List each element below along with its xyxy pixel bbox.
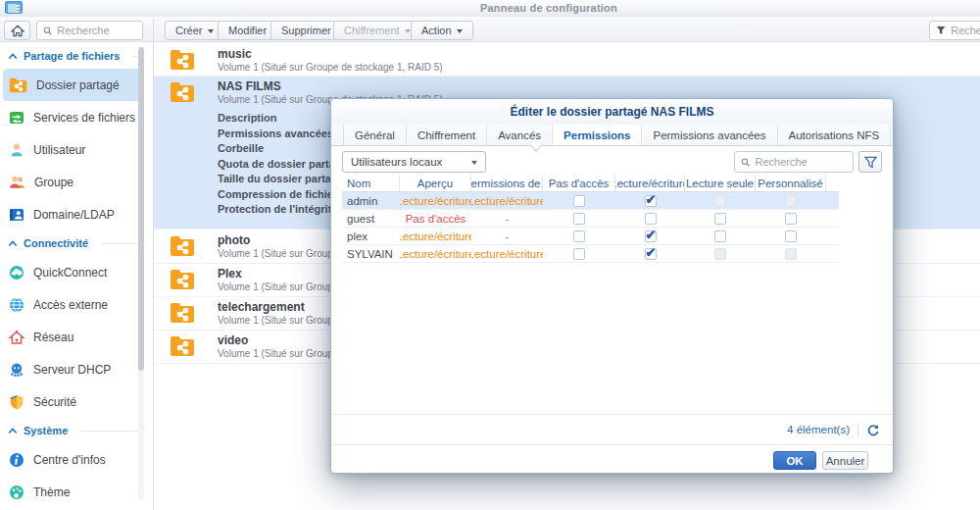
home-button[interactable] [4, 21, 30, 40]
sidebar-item-services-de-fichiers[interactable]: Services de fichiers [0, 101, 147, 133]
tab-autorisations-nfs[interactable]: Autorisations NFS [778, 125, 892, 145]
tab-label: Permissions [564, 129, 630, 141]
folder-detail-label: Description [218, 112, 277, 124]
tab-permissions[interactable]: Permissions [553, 125, 642, 145]
sidebar-item-label: Serveur DHCP [33, 363, 111, 377]
shared-folder-icon [9, 77, 27, 93]
read-only-checkbox[interactable] [714, 230, 726, 242]
permissions-search-input[interactable] [756, 156, 847, 168]
permissions-filter-button[interactable] [858, 151, 882, 173]
tab-chiffrement[interactable]: Chiffrement [407, 125, 487, 145]
list-filter-input[interactable] [951, 25, 980, 36]
sidebar-item-serveur-dhcp[interactable]: Serveur DHCP [0, 353, 147, 385]
folder-name: Plex [218, 267, 242, 280]
table-row-admin[interactable]: admin Lecture/écriture Lecture/écriture [342, 192, 839, 210]
read-only-checkbox [714, 248, 726, 260]
no-access-checkbox[interactable] [573, 248, 585, 260]
no-access-checkbox[interactable] [573, 213, 585, 225]
custom-checkbox[interactable] [785, 213, 797, 225]
sidebar-item-acces-externe[interactable]: Accès externe [0, 288, 147, 321]
list-filter-search[interactable] [929, 21, 980, 40]
folder-name: telechargement [218, 300, 305, 314]
table-row-guest[interactable]: guest Pas d'accès - [342, 210, 839, 228]
refresh-button[interactable] [866, 424, 879, 436]
sidebar-item-securite[interactable]: Sécurité [0, 385, 147, 418]
edit-shared-folder-dialog: Éditer le dossier partagé NAS FILMS Géné… [330, 98, 894, 474]
sidebar-item-label: Réseau [33, 331, 74, 344]
sidebar-search[interactable] [36, 21, 143, 40]
read-write-checkbox[interactable] [645, 213, 657, 225]
permissions-table: Nom Aperçu Permissions de... Pas d'accès… [342, 175, 839, 263]
section-label: Connectivité [24, 237, 88, 249]
column-header-personnalise[interactable]: Personnalisé [756, 175, 826, 191]
sidebar-item-groupe[interactable]: Groupe [0, 166, 147, 198]
folder-detail-label: Taille du dossier partagé [218, 173, 344, 184]
chevron-down-icon [208, 29, 214, 33]
ok-button[interactable]: OK [773, 451, 816, 470]
section-partage-de-fichiers[interactable]: Partage de fichiers [0, 43, 147, 69]
sidebar-item-reseau[interactable]: Réseau [0, 321, 147, 353]
user-name: SYLVAIN [342, 248, 400, 260]
user-name: plex [342, 230, 400, 242]
user-scope-dropdown[interactable]: Utilisateurs locaux [342, 151, 486, 173]
sidebar-item-utilisateur[interactable]: Utilisateur [0, 133, 147, 166]
user-icon [9, 142, 24, 158]
sidebar-item-centre-d-infos[interactable]: Centre d'infos [0, 443, 147, 476]
read-only-checkbox[interactable] [714, 213, 726, 225]
tab-permissions-avancees[interactable]: Permissions avancées [642, 125, 777, 145]
control-panel-window: Panneau de configuration Créer Modifier … [0, 0, 980, 510]
sidebar-item-label: Thème [33, 485, 70, 499]
control-panel-window-icon[interactable] [5, 1, 23, 14]
no-access-checkbox[interactable] [573, 195, 585, 207]
custom-checkbox[interactable] [785, 230, 797, 242]
sidebar-item-label: Dossier partagé [36, 78, 120, 92]
column-header-lecture-ecriture[interactable]: Lecture/écriture [615, 175, 685, 191]
toolbar-strip [0, 18, 980, 42]
sidebar-item-quickconnect[interactable]: QuickConnect [0, 256, 147, 288]
column-header-nom[interactable]: Nom [342, 175, 400, 191]
table-row-sylvain[interactable]: SYLVAIN Lecture/écriture Lecture/écritur… [342, 245, 839, 263]
chevron-up-icon [8, 53, 18, 60]
external-access-icon [9, 297, 24, 313]
user-name: admin [342, 195, 400, 207]
column-header-lecture-seule[interactable]: Lecture seule [685, 175, 756, 191]
sidebar-item-label: Accès externe [33, 298, 108, 312]
tab-label: Autorisations NFS [789, 129, 880, 141]
window-title-bar: Panneau de configuration [0, 0, 980, 17]
cancel-button[interactable]: Annuler [822, 451, 868, 470]
sidebar-item-domaine-ldap[interactable]: Domaine/LDAP [0, 198, 147, 230]
read-write-checkbox[interactable] [645, 230, 657, 242]
modify-button[interactable]: Modifier [218, 21, 277, 40]
column-header-apercu[interactable]: Aperçu [400, 175, 471, 191]
tab-label: Avancés [498, 129, 541, 141]
section-connectivite[interactable]: Connectivité [0, 230, 147, 256]
action-button[interactable]: Action [411, 21, 473, 40]
delete-button[interactable]: Supprimer [270, 21, 342, 40]
read-write-checkbox[interactable] [645, 248, 657, 260]
sidebar-scrollbar-thumb[interactable] [138, 47, 144, 371]
column-header-pas-d-acces[interactable]: Pas d'accès [543, 175, 615, 191]
dialog-tab-bar: Général Chiffrement Avancés Permissions … [331, 125, 893, 146]
column-header-spacer [826, 175, 839, 191]
no-access-checkbox[interactable] [573, 230, 585, 242]
tab-label: Général [355, 129, 395, 141]
section-systeme[interactable]: Système [0, 418, 147, 443]
create-button[interactable]: Créer [165, 21, 224, 40]
sidebar-item-dossier-partage[interactable]: Dossier partagé [3, 69, 144, 101]
column-header-permissions-de-groupe[interactable]: Permissions de... [471, 175, 543, 191]
permissions-search[interactable] [734, 151, 854, 173]
tab-general[interactable]: Général [343, 125, 407, 145]
read-write-checkbox[interactable] [645, 195, 657, 207]
sidebar-item-theme[interactable]: Thème [0, 476, 147, 508]
folder-row-music[interactable]: music Volume 1 (Situé sur Groupe de stoc… [154, 44, 980, 76]
stats-divider-line [331, 414, 893, 415]
table-row-plex[interactable]: plex Lecture/écriture - [342, 228, 839, 245]
tab-avances[interactable]: Avancés [487, 125, 553, 145]
chevron-down-icon [471, 161, 477, 165]
network-icon [9, 330, 24, 345]
shared-folder-icon [170, 269, 195, 294]
sidebar-search-input[interactable] [57, 25, 136, 36]
custom-checkbox [785, 248, 797, 260]
preview-permission: Lecture/écriture [400, 195, 471, 207]
shared-folder-icon [170, 81, 195, 107]
